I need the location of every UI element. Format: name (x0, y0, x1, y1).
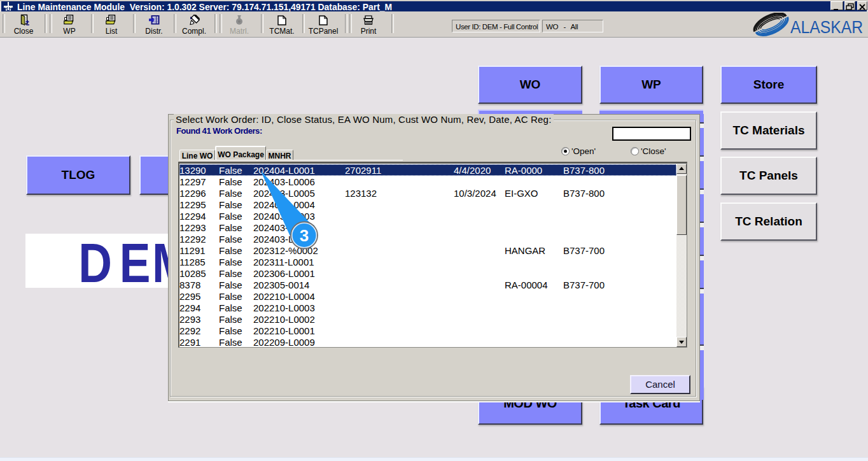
svg-text:ALASKAR: ALASKAR (790, 18, 863, 37)
svg-text:DEM: DEM (78, 234, 169, 288)
svg-text:3: 3 (300, 226, 309, 245)
